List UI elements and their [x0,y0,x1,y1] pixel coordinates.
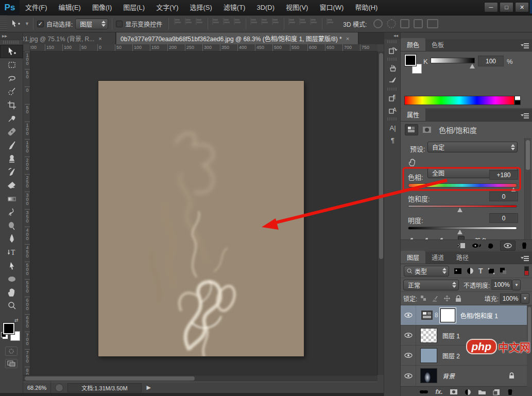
distribute-right-icon[interactable] [310,18,318,25]
delete-adjustment-icon[interactable] [521,242,528,249]
ruler-origin[interactable] [23,44,30,51]
layer-thumbnail[interactable] [420,348,437,363]
menu-item[interactable]: 3D(D) [251,0,280,15]
white-swatch[interactable] [514,96,521,100]
document-image[interactable] [98,81,304,356]
minimize-button[interactable]: ─ [484,2,498,12]
close-button[interactable]: ✕ [515,2,529,12]
brush-tool[interactable] [0,139,23,152]
auto-select-target-dropdown[interactable]: 图层 [75,19,108,29]
fill-field[interactable]: 100% [500,294,521,304]
paragraph-panel-icon[interactable]: ¶ [384,134,401,146]
align-bottom-icon[interactable] [196,18,203,25]
tool-preset-caret[interactable]: ▼ [25,21,29,26]
tab-swatches[interactable]: 色板 [425,38,450,51]
3d-drag-icon[interactable] [400,19,409,28]
3d-slide-icon[interactable] [414,19,423,28]
filter-toggle[interactable] [524,266,529,276]
hue-slider[interactable] [408,183,517,187]
layer-name[interactable]: 背景 [442,371,455,381]
history-brush-tool[interactable] [0,165,23,179]
new-group-icon[interactable] [478,389,486,395]
3d-scale-icon[interactable] [427,19,438,28]
menu-item[interactable]: 滤镜(T) [218,0,251,15]
black-swatch[interactable] [514,100,521,105]
menu-item[interactable]: 编辑(E) [53,0,87,15]
opacity-field[interactable]: 100% [491,280,512,290]
saturation-slider-thumb[interactable] [457,208,462,212]
swap-colors-icon[interactable]: ⇄ [14,318,19,323]
quick-mask-button[interactable] [5,347,18,356]
foreground-color-swatch[interactable] [3,323,14,334]
layer-name[interactable]: 色相/饱和度 1 [460,311,498,320]
tools-grip[interactable] [3,41,20,44]
tab-paths[interactable]: 路径 [450,251,475,264]
paragraph-styles-panel-icon[interactable]: ¶ [384,92,401,104]
screen-mode-button[interactable] [5,359,18,368]
fill-dropdown-icon[interactable]: ▼ [521,293,529,304]
eraser-tool[interactable] [0,179,23,192]
lock-position-icon[interactable] [443,295,451,302]
distribute-hcenter-icon[interactable] [299,18,307,25]
saturation-value-field[interactable]: 0 [489,192,518,201]
targeted-adjustment-icon[interactable] [407,158,417,168]
tab-close-icon[interactable]: × [346,36,349,42]
character-styles-panel-icon[interactable]: A [384,104,401,116]
smart-object-filter-icon[interactable] [500,267,507,274]
menu-item[interactable]: 文字(Y) [150,0,184,15]
gradient-tool[interactable] [0,192,23,205]
show-transform-checkbox[interactable] [116,21,123,27]
menu-item[interactable]: 图像(I) [87,0,117,15]
new-adjustment-layer-icon[interactable] [465,389,471,395]
add-mask-icon[interactable] [450,389,458,395]
character-panel-icon[interactable]: A| [384,122,401,134]
filter-type-dropdown[interactable]: 类型 [404,266,449,277]
quick-selection-tool[interactable] [0,85,23,98]
saturation-slider[interactable] [408,205,517,208]
align-hcenter-icon[interactable] [223,18,231,25]
tab-properties[interactable]: 属性 [401,108,425,121]
3d-roll-icon[interactable] [387,19,396,28]
zoom-level-field[interactable]: 68.26% [23,382,51,393]
path-selection-tool[interactable] [0,259,23,272]
menu-item[interactable]: 文件(F) [20,0,53,15]
align-vcenter-icon[interactable] [185,18,193,25]
layer-thumbnail[interactable] [420,328,437,343]
zoom-tool[interactable] [0,299,23,313]
mask-link-icon[interactable]: 8 [435,312,438,319]
adjustment-icon[interactable] [405,124,418,135]
k-slider-thumb[interactable] [470,64,475,68]
status-options-icon[interactable]: ▶ [147,384,151,391]
dodge-tool[interactable] [0,219,23,232]
new-layer-icon[interactable] [493,389,500,395]
lock-transparent-icon[interactable] [420,295,427,302]
blend-mode-dropdown[interactable]: 正常 [403,280,459,290]
adjustment-filter-icon[interactable] [467,267,474,274]
canvas-pasteboard[interactable] [30,51,377,375]
canvas-horizontal-scrollbar[interactable] [23,375,377,382]
tab-color[interactable]: 颜色 [401,38,425,51]
hue-value-field[interactable]: +180 [489,170,518,180]
dock-collapse-icon[interactable]: ◂◂ [384,32,400,39]
layer-styles-icon[interactable]: fx. [435,388,442,395]
brush-presets-panel-icon[interactable] [384,74,401,87]
menu-item[interactable]: 帮助(H) [349,0,383,15]
adjustment-layer-thumbnail[interactable] [421,311,433,320]
colorize-checkbox[interactable] [458,236,465,239]
move-tool-preset-icon[interactable] [7,17,25,30]
color-spectrum-ramp[interactable] [404,96,514,105]
healing-brush-tool[interactable] [0,125,23,139]
foreground-color-swatch[interactable] [405,55,416,66]
visibility-eye-icon[interactable] [401,305,416,325]
add-eyedropper-icon[interactable] [422,236,430,239]
layer-name[interactable]: 图层 2 [442,351,460,360]
link-layers-icon[interactable] [419,389,428,394]
pixel-filter-icon[interactable] [454,268,462,274]
maximize-button[interactable]: □ [500,2,513,12]
opacity-dropdown-icon[interactable]: ▼ [512,280,521,290]
shape-filter-icon[interactable] [488,268,495,274]
panel-menu-icon[interactable] [521,113,529,118]
align-right-icon[interactable] [234,18,242,25]
subtract-eyedropper-icon[interactable] [437,236,444,239]
align-top-icon[interactable] [174,18,182,25]
